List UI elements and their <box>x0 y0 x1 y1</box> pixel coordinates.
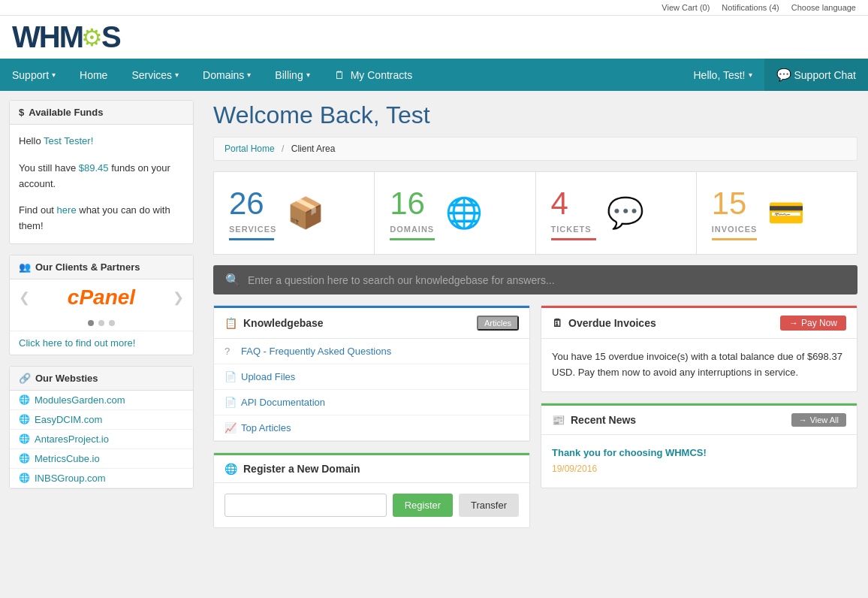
sidebar: $ Available Funds Hello Test Tester! You… <box>0 91 203 549</box>
transfer-button[interactable]: Transfer <box>459 494 519 517</box>
chevron-down-icon: ▾ <box>306 71 310 79</box>
search-input[interactable] <box>248 274 845 286</box>
stat-invoices-bar <box>712 238 757 240</box>
partners-link[interactable]: Click here to find out more! <box>10 331 193 355</box>
chevron-down-icon: ▾ <box>52 71 56 79</box>
domain-input[interactable] <box>225 494 387 517</box>
stat-services[interactable]: 26 SERVICES 📦 <box>214 172 375 254</box>
stat-tickets-data: 4 TICKETS <box>551 186 596 240</box>
news-icon: 📰 <box>552 414 565 426</box>
nav-item-support-chat[interactable]: 💬 Support Chat <box>764 59 869 91</box>
overdue-message: You have 15 overdue invoice(s) with a to… <box>552 349 846 381</box>
logo[interactable]: WHM ⚙ S <box>12 20 120 54</box>
col-right: 🗓 Overdue Invoices → Pay Now You have 15… <box>541 305 857 539</box>
nav-item-services[interactable]: Services ▾ <box>119 60 191 90</box>
domains-icon: 🌐 <box>445 195 483 231</box>
cart-link[interactable]: View Cart (0) <box>662 3 710 12</box>
stat-tickets[interactable]: 4 TICKETS 💬 <box>536 172 697 254</box>
stat-tickets-bar <box>551 238 596 240</box>
services-icon: 📦 <box>287 195 324 231</box>
chat-icon: 💬 <box>776 68 791 82</box>
website-item-4[interactable]: 🌐 MetricsCube.io <box>10 449 193 469</box>
username-link[interactable]: Test Tester! <box>44 135 93 146</box>
kb-header-left: 📋 Knowledgebase <box>225 317 324 329</box>
top-bar-right: View Cart (0) Notifications (4) Choose l… <box>662 3 856 12</box>
news-item-title[interactable]: Thank you for choosing WHMCS! <box>552 445 846 461</box>
stat-domains[interactable]: 16 DOMAINS 🌐 <box>375 172 535 254</box>
websites-header: 🔗 Our Websties <box>10 367 193 391</box>
stat-invoices[interactable]: 15 INVOICES 💳 <box>697 172 857 254</box>
chevron-down-icon: ▾ <box>749 71 752 79</box>
find-out-text: Find out here what you can do with them! <box>19 203 184 234</box>
stats-row: 26 SERVICES 📦 16 DOMAINS 🌐 4 TICKETS <box>213 171 857 255</box>
websites-list: 🌐 ModulesGarden.com 🌐 EasyDCIM.com 🌐 Ant… <box>10 391 193 488</box>
register-header-left: 🌐 Register a New Domain <box>225 463 360 475</box>
nav-item-user[interactable]: Hello, Test! ▾ <box>682 60 764 90</box>
notifications-link[interactable]: Notifications (4) <box>722 3 779 12</box>
question-icon: ? <box>225 346 235 357</box>
nav-item-billing[interactable]: Billing ▾ <box>263 60 321 90</box>
nav-left: Support ▾ Home Services ▾ Domains ▾ Bill… <box>0 60 682 90</box>
here-link[interactable]: here <box>57 204 77 216</box>
kb-item-api[interactable]: 📄 API Documentation <box>214 390 529 415</box>
language-link[interactable]: Choose language <box>791 3 856 12</box>
kb-item-faq[interactable]: ? FAQ - Frequently Asked Questions <box>214 339 529 364</box>
funds-amount-link[interactable]: $89.45 <box>79 162 109 174</box>
stat-domains-data: 16 DOMAINS <box>390 186 435 240</box>
website-item-2[interactable]: 🌐 EasyDCIM.com <box>10 410 193 430</box>
website-item-3[interactable]: 🌐 AntaresProject.io <box>10 430 193 449</box>
kb-item-upload[interactable]: 📄 Upload Files <box>214 364 529 390</box>
logo-text-before: WHM <box>12 20 83 54</box>
globe-icon: 🌐 <box>19 414 30 424</box>
pay-now-button[interactable]: → Pay Now <box>780 316 846 331</box>
dot-2 <box>98 320 104 326</box>
col-left: 📋 Knowledgebase Articles ? FAQ - Frequen… <box>213 305 530 539</box>
logo-gear-icon: ⚙ <box>81 23 103 52</box>
breadcrumb-sep: / <box>282 143 284 154</box>
prev-partner-button[interactable]: ❮ <box>19 289 30 306</box>
overdue-body: You have 15 overdue invoice(s) with a to… <box>541 339 857 391</box>
website-item-5[interactable]: 🌐 INBSGroup.com <box>10 469 193 488</box>
globe-icon: 🌐 <box>19 433 30 444</box>
globe-icon: 🌐 <box>19 453 30 464</box>
dot-3 <box>109 320 115 326</box>
main-layout: $ Available Funds Hello Test Tester! You… <box>0 91 868 549</box>
api-icon: 📄 <box>225 397 235 408</box>
stat-domains-bar <box>390 238 435 240</box>
partners-card: 👥 Our Clients & Partners ❮ cPanel ❯ Clic… <box>9 255 194 355</box>
stat-tickets-number: 4 <box>551 186 596 222</box>
nav-item-domains[interactable]: Domains ▾ <box>191 60 263 90</box>
search-icon: 🔍 <box>225 273 240 287</box>
dollar-icon: $ <box>19 107 24 118</box>
tickets-icon: 💬 <box>607 195 644 231</box>
website-item-1[interactable]: 🌐 ModulesGarden.com <box>10 391 193 410</box>
partners-dots <box>10 316 193 331</box>
next-partner-button[interactable]: ❯ <box>173 289 184 306</box>
register-domain-header: 🌐 Register a New Domain <box>214 453 529 483</box>
knowledgebase-card: 📋 Knowledgebase Articles ? FAQ - Frequen… <box>213 305 530 442</box>
register-button[interactable]: Register <box>393 494 453 517</box>
breadcrumb-current: Client Area <box>291 143 336 154</box>
greeting-text: Hello Test Tester! <box>19 134 184 150</box>
partner-logo: cPanel <box>30 285 173 310</box>
overdue-card: 🗓 Overdue Invoices → Pay Now You have 15… <box>541 305 857 392</box>
view-all-button[interactable]: → View All <box>791 413 846 427</box>
breadcrumb: Portal Home / Client Area <box>213 137 857 161</box>
search-bar: 🔍 <box>213 265 857 294</box>
two-column-section: 📋 Knowledgebase Articles ? FAQ - Frequen… <box>213 305 857 539</box>
nav-item-home[interactable]: Home <box>68 60 119 90</box>
invoices-icon: 💳 <box>767 195 805 231</box>
kb-item-top[interactable]: 📈 Top Articles <box>214 415 529 441</box>
nav-item-contracts[interactable]: 🗒 My Contracts <box>322 60 424 90</box>
kb-icon: 📋 <box>225 317 237 329</box>
nav-item-support[interactable]: Support ▾ <box>0 60 68 90</box>
news-header: 📰 Recent News → View All <box>541 403 857 435</box>
chevron-down-icon: ▾ <box>175 71 179 79</box>
news-header-left: 📰 Recent News <box>552 414 636 426</box>
stat-services-bar <box>229 238 274 240</box>
stat-services-label: SERVICES <box>229 225 276 234</box>
breadcrumb-portal[interactable]: Portal Home <box>225 143 275 154</box>
articles-badge[interactable]: Articles <box>477 316 519 331</box>
available-funds-header: $ Available Funds <box>10 101 193 125</box>
available-funds-card: $ Available Funds Hello Test Tester! You… <box>9 100 194 244</box>
